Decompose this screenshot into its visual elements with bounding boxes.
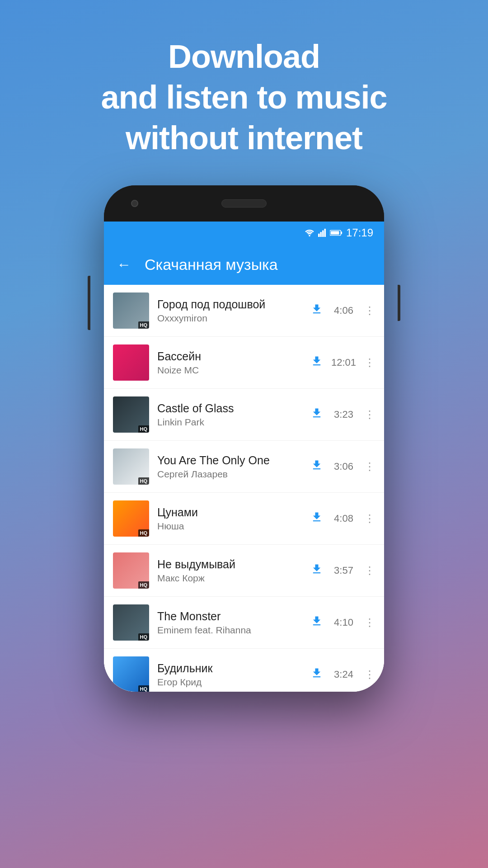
more-options-button[interactable]: ⋮ xyxy=(364,564,375,577)
status-icons: 17:19 xyxy=(305,226,373,239)
hq-badge: HQ xyxy=(138,321,150,329)
hero-line1: Download xyxy=(168,38,320,75)
more-options-button[interactable]: ⋮ xyxy=(364,668,375,681)
download-button[interactable] xyxy=(310,511,323,527)
song-info: Castle of Glass Linkin Park xyxy=(149,402,310,428)
more-options-button[interactable]: ⋮ xyxy=(364,408,375,421)
signal-icon xyxy=(318,229,326,237)
hq-badge: HQ xyxy=(138,685,150,692)
song-list: HQ Город под подошвой Oxxxymiron 4:06 ⋮ … xyxy=(104,285,384,692)
hq-badge: HQ xyxy=(138,633,150,641)
song-artwork: HQ xyxy=(113,552,149,589)
song-item[interactable]: Бассейн Noize MC 12:01 ⋮ xyxy=(104,337,384,389)
song-item[interactable]: HQ Castle of Glass Linkin Park 3:23 ⋮ xyxy=(104,389,384,441)
song-title: Город под подошвой xyxy=(157,298,302,311)
song-item[interactable]: HQ Город под подошвой Oxxxymiron 4:06 ⋮ xyxy=(104,285,384,337)
song-actions: 12:01 ⋮ xyxy=(310,355,375,371)
front-camera xyxy=(131,200,138,207)
song-title: Цунами xyxy=(157,506,302,519)
svg-point-0 xyxy=(309,235,310,236)
download-button[interactable] xyxy=(310,303,323,319)
svg-rect-2 xyxy=(320,232,322,237)
svg-rect-3 xyxy=(322,231,324,237)
download-button[interactable] xyxy=(310,355,323,371)
song-info: Бассейн Noize MC xyxy=(149,350,310,376)
hq-badge: HQ xyxy=(138,425,150,433)
song-title: You Are The Only One xyxy=(157,454,302,467)
song-artwork xyxy=(113,344,149,381)
phone-screen: 17:19 ← Скачанная музыка HQ Город под по… xyxy=(104,222,384,692)
hq-badge: HQ xyxy=(138,529,150,537)
song-artwork: HQ xyxy=(113,448,149,485)
more-options-button[interactable]: ⋮ xyxy=(364,356,375,369)
song-info: Цунами Нюша xyxy=(149,506,310,532)
download-button[interactable] xyxy=(310,407,323,423)
earpiece-speaker xyxy=(221,199,267,208)
phone-top-bar xyxy=(104,185,384,222)
hero-line3: without internet xyxy=(126,120,362,156)
song-actions: 3:24 ⋮ xyxy=(310,667,375,683)
song-duration: 3:57 xyxy=(331,565,356,576)
song-info: Не выдумывай Макс Корж xyxy=(149,558,310,584)
song-artist: Noize MC xyxy=(157,365,302,376)
song-actions: 3:06 ⋮ xyxy=(310,459,375,475)
song-item[interactable]: HQ You Are The Only One Сергей Лазарев 3… xyxy=(104,441,384,493)
song-artwork: HQ xyxy=(113,396,149,433)
svg-rect-6 xyxy=(341,231,342,234)
song-duration: 3:23 xyxy=(331,409,356,420)
more-options-button[interactable]: ⋮ xyxy=(364,616,375,629)
song-title: Бассейн xyxy=(157,350,302,363)
song-duration: 4:06 xyxy=(331,305,356,316)
song-duration: 3:24 xyxy=(331,669,356,680)
more-options-button[interactable]: ⋮ xyxy=(364,460,375,473)
hero-line2: and listen to music xyxy=(101,79,387,115)
song-artist: Сергей Лазарев xyxy=(157,469,302,480)
song-title: The Monster xyxy=(157,610,302,623)
download-button[interactable] xyxy=(310,459,323,475)
download-button[interactable] xyxy=(310,563,323,579)
song-item[interactable]: HQ The Monster Eminem feat. Rihanna 4:10… xyxy=(104,597,384,649)
app-title: Скачанная музыка xyxy=(145,256,278,274)
song-duration: 3:06 xyxy=(331,461,356,472)
song-artist: Егор Крид xyxy=(157,677,302,688)
artwork-bg xyxy=(113,344,149,381)
download-button[interactable] xyxy=(310,667,323,683)
hq-badge: HQ xyxy=(138,477,150,485)
song-info: Будильник Егор Крид xyxy=(149,662,310,688)
volume-button xyxy=(88,276,90,330)
song-info: The Monster Eminem feat. Rihanna xyxy=(149,610,310,636)
hq-badge: HQ xyxy=(138,581,150,589)
song-artist: Oxxxymiron xyxy=(157,313,302,324)
song-artwork: HQ xyxy=(113,500,149,537)
status-time: 17:19 xyxy=(346,226,373,239)
song-artwork: HQ xyxy=(113,604,149,641)
song-duration: 4:08 xyxy=(331,513,356,524)
song-artwork: HQ xyxy=(113,292,149,329)
song-item[interactable]: HQ Не выдумывай Макс Корж 3:57 ⋮ xyxy=(104,545,384,597)
song-artist: Макс Корж xyxy=(157,573,302,584)
song-title: Castle of Glass xyxy=(157,402,302,415)
song-duration: 4:10 xyxy=(331,617,356,628)
svg-rect-1 xyxy=(318,234,320,237)
phone-mockup: 17:19 ← Скачанная музыка HQ Город под по… xyxy=(90,185,398,868)
svg-rect-7 xyxy=(331,231,339,234)
song-artist: Нюша xyxy=(157,521,302,532)
song-item[interactable]: HQ Будильник Егор Крид 3:24 ⋮ xyxy=(104,649,384,692)
song-item[interactable]: HQ Цунами Нюша 4:08 ⋮ xyxy=(104,493,384,545)
battery-icon xyxy=(330,229,343,236)
song-actions: 3:57 ⋮ xyxy=(310,563,375,579)
song-artwork: HQ xyxy=(113,656,149,692)
song-actions: 4:06 ⋮ xyxy=(310,303,375,319)
svg-rect-4 xyxy=(324,229,326,237)
song-artist: Linkin Park xyxy=(157,417,302,428)
status-bar: 17:19 xyxy=(104,222,384,244)
download-button[interactable] xyxy=(310,615,323,631)
more-options-button[interactable]: ⋮ xyxy=(364,304,375,317)
back-button[interactable]: ← xyxy=(117,256,131,273)
wifi-icon xyxy=(305,229,314,236)
hero-section: Download and listen to music without int… xyxy=(74,0,414,185)
power-button xyxy=(398,285,400,321)
song-info: You Are The Only One Сергей Лазарев xyxy=(149,454,310,480)
song-title: Не выдумывай xyxy=(157,558,302,571)
more-options-button[interactable]: ⋮ xyxy=(364,512,375,525)
